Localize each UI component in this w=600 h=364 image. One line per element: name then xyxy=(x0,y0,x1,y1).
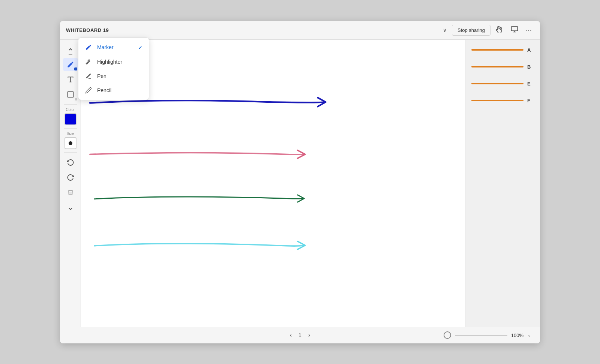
svg-rect-6 xyxy=(68,91,73,97)
main-area: Color Size xyxy=(60,40,540,327)
arrow-cyan xyxy=(94,241,305,249)
pencil-label: Pencil xyxy=(97,87,111,93)
panel-line-e xyxy=(471,83,524,84)
color-label: Color xyxy=(66,108,75,112)
panel-label-a: A xyxy=(527,47,534,53)
undo-button[interactable] xyxy=(63,156,78,169)
rectangle-icon xyxy=(67,91,74,98)
screen-icon-button[interactable] xyxy=(508,24,520,36)
panel-line-f xyxy=(471,100,524,101)
chevron-down-icon xyxy=(68,206,74,212)
toolbar-divider-2 xyxy=(64,128,77,129)
redo-icon xyxy=(67,174,74,181)
more-options-button[interactable]: ⋯ xyxy=(524,25,534,35)
pencil-dropdown-icon xyxy=(84,87,93,94)
zoom-chevron[interactable]: ⌄ xyxy=(527,333,531,338)
toolbar-divider-1 xyxy=(64,104,77,105)
dropdown-item-pencil[interactable]: Pencil xyxy=(78,83,149,97)
undo-icon xyxy=(67,159,74,166)
highlighter-label: Highlighter xyxy=(97,59,122,65)
pen-svg xyxy=(85,73,92,79)
header-chevron-button[interactable]: ∨ xyxy=(441,25,449,34)
pen-label: Pen xyxy=(97,73,106,79)
hand-icon xyxy=(496,25,503,33)
highlighter-svg xyxy=(85,58,92,65)
next-page-button[interactable]: › xyxy=(306,331,312,339)
zoom-circle xyxy=(444,331,451,339)
marker-dropdown-icon xyxy=(84,44,93,51)
cursor-icon-button[interactable] xyxy=(494,24,506,36)
tool-dropdown: Marker ✓ Highlighter xyxy=(78,40,149,100)
panel-label-e: E xyxy=(527,81,534,87)
panel-row-f: F xyxy=(471,98,534,103)
svg-rect-0 xyxy=(512,27,518,31)
panel-row-b: B xyxy=(471,64,534,70)
shape-tool-button[interactable] xyxy=(63,88,78,101)
text-tool-button[interactable] xyxy=(63,73,78,86)
tool-badge xyxy=(74,67,77,70)
panel-row-a: A xyxy=(471,47,534,53)
scroll-down-button[interactable] xyxy=(63,202,78,216)
highlighter-dropdown-icon xyxy=(84,58,93,65)
right-panel: A B E F xyxy=(465,40,540,327)
panel-label-b: B xyxy=(527,64,534,70)
dropdown-item-pen[interactable]: Pen xyxy=(78,69,149,83)
header-right: ∨ Stop sharing ⋯ xyxy=(441,24,534,36)
size-dot xyxy=(69,141,72,145)
minus-icon xyxy=(68,53,74,55)
check-icon: ✓ xyxy=(138,44,143,51)
marker-label: Marker xyxy=(97,44,114,50)
trash-icon xyxy=(67,189,74,196)
app-window: WHITEBOARD 19 ∨ Stop sharing ⋯ xyxy=(60,21,540,343)
header: WHITEBOARD 19 ∨ Stop sharing ⋯ xyxy=(60,21,540,40)
marker-icon xyxy=(67,61,74,68)
pencil-svg xyxy=(85,87,92,94)
panel-label-f: F xyxy=(527,98,534,103)
scroll-up-button[interactable] xyxy=(63,43,78,56)
text-icon xyxy=(67,76,74,83)
stop-sharing-button[interactable]: Stop sharing xyxy=(452,25,490,36)
page-number: 1 xyxy=(298,332,302,338)
size-section: Size xyxy=(64,132,76,149)
prev-page-button[interactable]: ‹ xyxy=(288,331,294,339)
zoom-bar[interactable] xyxy=(455,335,507,336)
shape-badge xyxy=(75,98,77,100)
arrow-green xyxy=(94,195,304,202)
chevron-up-icon xyxy=(68,46,74,52)
panel-line-b xyxy=(471,66,524,67)
whiteboard-title: WHITEBOARD 19 xyxy=(66,27,109,33)
color-section: Color xyxy=(64,108,76,125)
pen-dropdown-icon xyxy=(84,73,93,79)
size-button[interactable] xyxy=(64,137,76,149)
toolbar-divider-3 xyxy=(64,152,77,153)
screen-icon xyxy=(511,25,518,33)
dropdown-item-marker[interactable]: Marker ✓ xyxy=(78,40,149,55)
zoom-section: 100% ⌄ xyxy=(312,331,531,339)
color-swatch[interactable] xyxy=(64,113,76,125)
delete-button[interactable] xyxy=(63,186,78,199)
draw-tool-button[interactable] xyxy=(63,58,78,71)
dropdown-item-highlighter[interactable]: Highlighter xyxy=(78,55,149,69)
marker-svg xyxy=(85,44,92,51)
arrow-pink xyxy=(90,150,305,158)
page-navigation: ‹ 1 › xyxy=(288,331,312,339)
zoom-percent: 100% xyxy=(511,333,524,338)
redo-button[interactable] xyxy=(63,171,78,184)
panel-row-e: E xyxy=(471,81,534,87)
footer: ‹ 1 › 100% ⌄ xyxy=(60,327,540,343)
panel-line-a xyxy=(471,49,524,51)
size-label: Size xyxy=(67,132,74,136)
more-icon: ⋯ xyxy=(526,27,532,33)
